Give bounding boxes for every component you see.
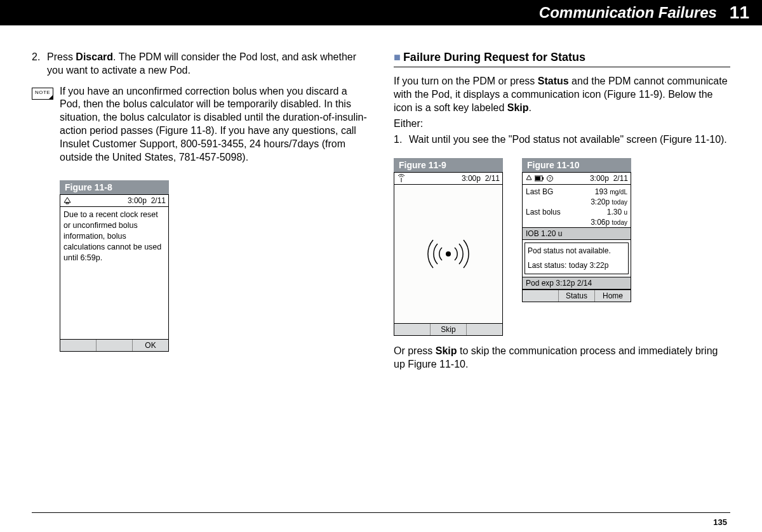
last-bolus-row: Last bolus 1.30 u (523, 207, 631, 217)
battery-icon (535, 175, 545, 182)
last-bg-time-row: 3:20p today (523, 197, 631, 207)
left-column: 2. Press Discard. The PDM will consider … (32, 51, 368, 371)
step-number: 2. (32, 51, 47, 77)
page-header-bar: Communication Failures 11 (0, 0, 762, 25)
iob-band: IOB 1.20 u (523, 227, 631, 240)
svg-point-0 (446, 251, 451, 256)
bell-icon (525, 175, 533, 182)
svg-rect-2 (542, 177, 544, 180)
section-rule (394, 67, 730, 67)
softkey-status: Status (559, 290, 595, 302)
note-icon: NOTE (32, 85, 60, 164)
softkey-empty (467, 324, 502, 335)
device-time: 3:00p (462, 174, 481, 183)
header-title: Communication Failures (539, 4, 717, 22)
pod-exp-band: Pod exp 3:12p 2/14 (523, 277, 631, 289)
figure-11-10: Figure 11-10 ? 3:00p 2/11 (522, 158, 631, 336)
softkey-empty (394, 324, 431, 335)
section-bullet-icon: ■ (394, 51, 401, 63)
device-topbar: 3:00p 2/11 (394, 173, 502, 185)
discard-bold: Discard (76, 51, 113, 62)
right-column: ■Failure During Request for Status If yo… (394, 51, 730, 371)
footer-rule (32, 512, 730, 513)
figure-label: Figure 11-8 (60, 180, 169, 194)
device-time: 3:00p (590, 174, 609, 183)
figure-label: Figure 11-10 (522, 158, 631, 172)
svg-rect-3 (535, 176, 540, 180)
step-1: 1. Wait until you see the "Pod status no… (394, 133, 730, 147)
device-body: Due to a recent clock reset or unconfirm… (60, 207, 168, 339)
skip-bold-2: Skip (436, 345, 457, 356)
header-chapter-number: 11 (730, 3, 749, 23)
device-topbar: ? 3:00p 2/11 (523, 173, 631, 185)
note-label: NOTE (32, 88, 53, 100)
device-screen-9: 3:00p 2/11 (394, 172, 503, 336)
device-softkeys: OK (60, 339, 168, 351)
question-icon: ? (547, 175, 553, 182)
device-date: 2/11 (613, 174, 628, 183)
device-time: 3:00p (128, 196, 147, 205)
figure-11-9: Figure 11-9 3:00p 2/11 (394, 158, 503, 336)
antenna-icon (397, 174, 406, 183)
svg-text:?: ? (549, 176, 551, 181)
status-bold: Status (538, 76, 569, 86)
pod-status-box: Pod status not available. Last status: t… (525, 243, 629, 274)
softkey-empty (60, 340, 97, 351)
step-text: Wait until you see the "Pod status not a… (409, 133, 730, 147)
skip-bold: Skip (507, 102, 529, 113)
bell-icon (63, 197, 72, 204)
paragraph-1: If you turn on the PDM or press Status a… (394, 75, 730, 114)
softkey-home: Home (595, 290, 631, 302)
softkey-ok: OK (133, 340, 168, 351)
device-screen-10: ? 3:00p 2/11 Last BG 193 mg/dL (522, 172, 631, 302)
last-bg-row: Last BG 193 mg/dL (523, 187, 631, 197)
either-label: Either: (394, 118, 730, 130)
note-block: NOTE If you have an unconfirmed correcti… (32, 85, 368, 164)
device-screen-8: 3:00p 2/11 Due to a recent clock reset o… (60, 194, 169, 352)
device-date: 2/11 (485, 174, 500, 183)
section-heading: ■Failure During Request for Status (394, 51, 730, 64)
device-body (394, 185, 502, 323)
page-number: 135 (713, 517, 727, 527)
device-date: 2/11 (151, 196, 166, 205)
step-2: 2. Press Discard. The PDM will consider … (32, 51, 368, 77)
last-bolus-time-row: 3:06p today (523, 217, 631, 227)
step-number: 1. (394, 133, 409, 147)
figure-11-8: Figure 11-8 3:00p 2/11 Due to a recent c… (60, 180, 169, 352)
step-text: Press Discard. The PDM will consider the… (47, 51, 368, 77)
communication-icon (423, 235, 474, 273)
device-topbar: 3:00p 2/11 (60, 195, 168, 207)
after-paragraph: Or press Skip to skip the communication … (394, 345, 730, 371)
figure-label: Figure 11-9 (394, 158, 503, 172)
softkey-empty (97, 340, 133, 351)
softkey-empty (523, 290, 559, 302)
softkey-skip: Skip (431, 324, 467, 335)
note-text: If you have an unconfirmed correction bo… (60, 85, 368, 164)
device-softkeys: Status Home (523, 289, 631, 302)
device-softkeys: Skip (394, 323, 502, 335)
